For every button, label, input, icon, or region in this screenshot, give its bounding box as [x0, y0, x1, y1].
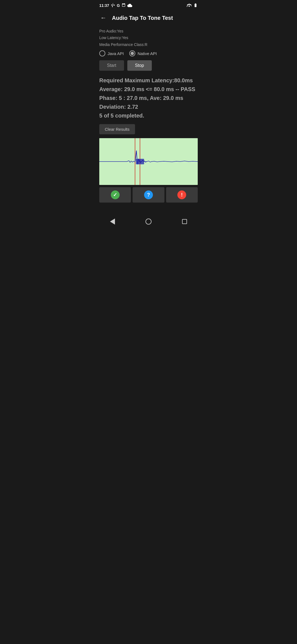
nav-back-button[interactable]: [108, 216, 117, 227]
java-api-radio[interactable]: [99, 50, 105, 56]
pass-button[interactable]: ✓: [99, 187, 131, 203]
content-area: Pro Audio:Yes Low Latency:Yes Media Perf…: [95, 26, 202, 213]
api-radio-group: Java API Native API: [99, 50, 198, 56]
results-section: Required Maximum Latency:80.0ms Average:…: [99, 76, 198, 120]
calendar-icon: [122, 3, 126, 8]
nav-back-icon: [110, 219, 115, 225]
nav-home-button[interactable]: [143, 216, 154, 227]
google-icon: G: [117, 3, 120, 8]
question-icon: ?: [144, 190, 153, 199]
start-button[interactable]: Start: [99, 60, 124, 71]
battery-icon: [193, 3, 198, 8]
clear-results-button[interactable]: Clear Results: [99, 124, 135, 134]
status-bar-right: [187, 3, 198, 8]
status-time: 11:37: [99, 3, 109, 8]
native-api-option[interactable]: Native API: [129, 50, 157, 56]
result-line-2: Average: 29.0 ms <= 80.0 ms -- PASS: [99, 85, 198, 93]
check-icon: ✓: [111, 190, 120, 199]
result-line-5: 5 of 5 completed.: [99, 111, 198, 120]
nav-home-icon: [145, 219, 152, 225]
native-api-radio-inner: [131, 52, 134, 55]
native-api-label: Native API: [138, 51, 157, 56]
nav-recent-button[interactable]: [180, 217, 189, 226]
result-line-1: Required Maximum Latency:80.0ms: [99, 76, 198, 84]
info-button[interactable]: ?: [133, 187, 164, 203]
status-bar: 11:37 G: [95, 0, 202, 10]
stop-button[interactable]: Stop: [127, 60, 152, 71]
wifi-icon: [187, 3, 192, 8]
navigation-bar: [95, 213, 202, 232]
exclamation-icon: !: [177, 190, 186, 199]
warning-button[interactable]: !: [166, 187, 198, 203]
action-buttons-row: ✓ ? !: [99, 187, 198, 203]
pro-audio-info: Pro Audio:Yes: [99, 28, 198, 34]
waveform-display: [99, 138, 198, 185]
media-performance-info: Media Performance Class:R: [99, 42, 198, 48]
back-button[interactable]: ←: [99, 13, 108, 23]
cloud-icon: [127, 3, 132, 8]
java-api-label: Java API: [108, 51, 124, 56]
java-api-option[interactable]: Java API: [99, 50, 124, 56]
control-buttons: Start Stop: [99, 60, 198, 71]
native-api-radio[interactable]: [129, 50, 135, 56]
fan-icon: [111, 3, 115, 8]
app-title: Audio Tap To Tone Test: [112, 15, 173, 21]
status-bar-left: 11:37 G: [99, 3, 132, 8]
app-bar: ← Audio Tap To Tone Test: [95, 10, 202, 26]
low-latency-info: Low Latency:Yes: [99, 35, 198, 41]
result-line-4: Deviation: 2.72: [99, 103, 198, 111]
svg-rect-4: [136, 159, 144, 164]
nav-recent-icon: [182, 219, 187, 224]
waveform-svg: [99, 138, 198, 185]
result-line-3: Phase: 5 : 27.0 ms, Ave: 29.0 ms: [99, 94, 198, 102]
